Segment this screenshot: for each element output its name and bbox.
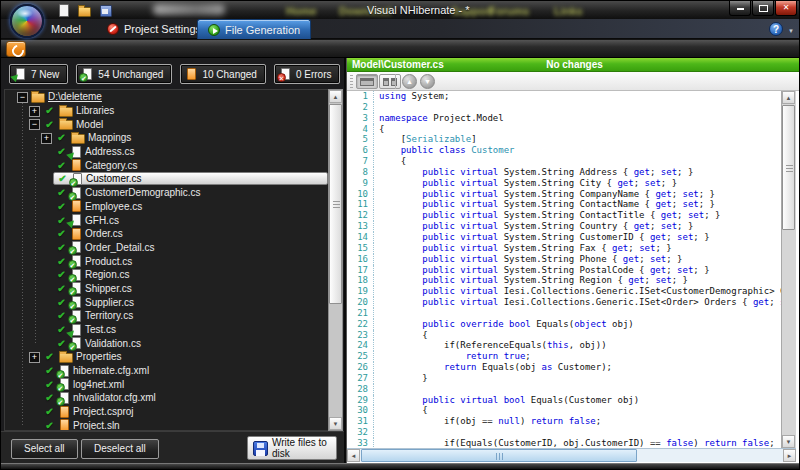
nav-link[interactable]: Home [286,5,317,17]
tree-item-territory-cs[interactable]: ✔✔Territory.cs [5,309,328,323]
deselect-all-button[interactable]: Deselect all [81,439,159,459]
tree-item-test-cs[interactable]: ✔Test.cs [5,323,328,337]
refresh-button[interactable] [6,41,26,57]
code-line: 13 public virtual System.String Country … [347,221,781,232]
check-icon[interactable]: ✔ [55,297,68,308]
tree-item-customer-cs[interactable]: ✔✔Customer.cs [5,172,328,186]
status-button-changed[interactable]: 10 Changed [180,64,266,84]
editor-hscrollbar-thumb[interactable] [361,449,637,462]
tree-item-order-cs[interactable]: ✔Order.cs [5,227,328,241]
scroll-up-icon[interactable]: ▲ [782,91,795,104]
next-change-button[interactable]: ▼ [420,74,435,89]
check-icon[interactable]: ✔ [55,201,68,212]
check-icon[interactable]: ✔ [55,187,68,198]
scroll-left-icon[interactable]: ◄ [347,449,360,462]
file-tree[interactable]: D:\deleteme✔Libraries✔Model✔Mappings✔Add… [4,89,328,431]
tree-item-customerdemographic-cs[interactable]: ✔✔CustomerDemographic.cs [5,186,328,200]
tree-item-project-sln[interactable]: ✔Project.sln [5,419,328,432]
tree-scrollbar-thumb[interactable] [329,104,342,304]
unchanged-file-icon: ✔ [71,187,82,199]
check-icon[interactable]: ✔ [55,283,68,294]
nav-link[interactable]: Links [554,5,583,17]
split-pane-button[interactable] [379,74,401,89]
check-icon[interactable]: ✔ [55,132,68,143]
prev-change-button[interactable]: ▲ [402,74,417,89]
single-pane-button[interactable] [356,74,378,89]
check-icon[interactable]: ✔ [55,160,68,171]
line-number: 26 [347,362,374,373]
status-button-unchanged[interactable]: ✔54 Unchanged [76,64,172,84]
tree-item-product-cs[interactable]: ✔✔Product.cs [5,254,328,268]
open-folder-icon[interactable] [78,4,90,16]
tree-item-properties[interactable]: ✔Properties [5,350,328,364]
tree-item-category-cs[interactable]: ✔Category.cs [5,158,328,172]
close-button[interactable] [775,1,797,16]
check-icon[interactable]: ✔ [55,269,68,280]
check-icon[interactable]: ✔ [55,242,68,253]
tab-file-generation[interactable]: File Generation [197,19,311,39]
check-icon[interactable]: ✔ [43,365,56,376]
tree-item-employee-cs[interactable]: ✔Employee.cs [5,200,328,214]
tab-model[interactable]: Model [41,19,91,39]
save-icon[interactable] [99,4,111,16]
write-files-button[interactable]: Write files to disk [247,436,337,460]
check-icon[interactable]: ✔ [55,215,68,226]
check-icon[interactable]: ✔ [43,379,56,390]
tree-item-shipper-cs[interactable]: ✔✔Shipper.cs [5,282,328,296]
code-text: public virtual System.String PostalCode … [374,265,710,276]
check-icon[interactable]: ✔ [55,310,68,321]
check-icon[interactable]: ✔ [43,392,56,403]
tree-item-gfh-cs[interactable]: ✔GFH.cs [5,213,328,227]
tree-item-order-detail-cs[interactable]: ✔✔Order_Detail.cs [5,241,328,255]
line-number: 1 [347,91,374,102]
tree-item-region-cs[interactable]: ✔✔Region.cs [5,268,328,282]
check-icon[interactable]: ✔ [55,338,68,349]
new-document-icon[interactable] [57,4,69,16]
tree-item-nhvalidator-cfg-xml[interactable]: ✔✔nhvalidator.cfg.xml [5,391,328,405]
code-line: 1using System; [347,91,781,102]
tree-item-libraries[interactable]: ✔Libraries [5,104,328,118]
nav-link[interactable]: Forums [489,5,529,17]
check-icon[interactable]: ✔ [43,119,56,130]
title-bar: HomeDownloadSupportForumsLinks Visual NH… [1,1,800,19]
code-editor[interactable]: 1using System;23namespace Project.Model4… [347,91,781,448]
scroll-down-icon[interactable]: ▼ [782,435,795,448]
check-icon[interactable]: ✔ [43,105,56,116]
scroll-up-icon[interactable]: ▲ [329,90,342,103]
chevron-down-icon[interactable]: ▼ [788,28,794,34]
tab-project-settings[interactable]: Project Settings [97,19,211,39]
status-button-new[interactable]: 7 New [9,64,68,84]
tree-item-log4net-xml[interactable]: ✔✔log4net.xml [5,377,328,391]
tree-item-validation-cs[interactable]: ✔✔Validation.cs [5,336,328,350]
tree-item-model[interactable]: ✔Model [5,117,328,131]
code-line: 16 public virtual System.String Phone { … [347,254,781,265]
scroll-right-icon[interactable]: ► [783,449,796,462]
tree-item-address-cs[interactable]: ✔Address.cs [5,145,328,159]
check-icon[interactable]: ✔ [43,420,56,431]
check-icon[interactable]: ✔ [55,256,68,267]
editor-horizontal-scrollbar[interactable]: ◄ ► [347,448,796,462]
tree-scrollbar[interactable]: ▲ ▼ [328,89,343,431]
minimize-button[interactable] [729,1,751,16]
code-text: return Equals(obj as Customer); [374,362,612,373]
scroll-down-icon[interactable]: ▼ [329,417,342,430]
editor-scrollbar-thumb[interactable] [782,105,795,230]
status-button-error[interactable]: ✕0 Errors [274,64,341,84]
tree-item-supplier-cs[interactable]: ✔✔Supplier.cs [5,295,328,309]
tree-item-d-deleteme[interactable]: D:\deleteme [5,90,328,104]
check-icon[interactable]: ✔ [56,173,69,184]
code-line: 21 [347,308,781,319]
check-icon[interactable]: ✔ [43,351,56,362]
tree-item-mappings[interactable]: ✔Mappings [5,131,328,145]
tree-item-project-csproj[interactable]: ✔Project.csproj [5,405,328,419]
check-icon[interactable]: ✔ [43,406,56,417]
check-icon[interactable]: ✔ [55,228,68,239]
select-all-button[interactable]: Select all [11,439,78,459]
maximize-button[interactable] [752,1,774,16]
help-button[interactable]: ? [769,22,783,36]
app-logo-orb[interactable] [10,4,44,38]
tree-item-hibernate-cfg-xml[interactable]: ✔✔hibernate.cfg.xml [5,364,328,378]
tree-item-label: D:\deleteme [48,91,102,102]
line-number: 12 [347,210,374,221]
editor-vertical-scrollbar[interactable]: ▲ ▼ [781,91,796,448]
